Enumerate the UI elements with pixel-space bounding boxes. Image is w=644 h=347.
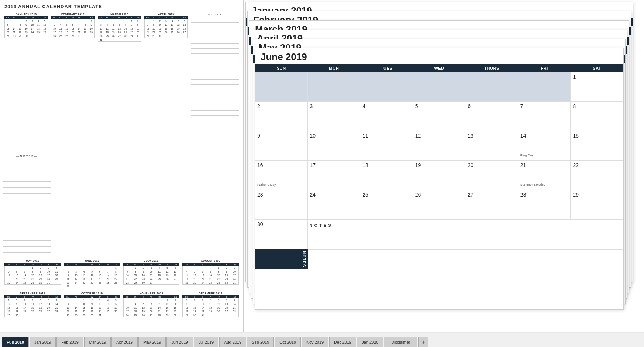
- notes-line: [3, 247, 51, 253]
- mini-calendar-march-2019: MARCH 2019SuMTWThFSa12345678910111213141…: [98, 13, 141, 131]
- june-notes-inline: N O T E S: [308, 220, 623, 249]
- june-day-27: 27: [465, 190, 518, 220]
- june-day-empty: [360, 72, 413, 102]
- tab-apr-2019[interactable]: Apr 2019: [111, 337, 138, 347]
- june-day-25: 25: [360, 190, 413, 220]
- notes-line: [3, 224, 51, 229]
- add-tab-button[interactable]: +: [418, 337, 428, 347]
- tab-oct-2019[interactable]: Oct 2019: [275, 337, 301, 347]
- june-day-26: 26: [413, 190, 466, 220]
- mini-calendar-february-2019: FEBRUARY 2019SuMTWThFSa12345678910111213…: [51, 13, 94, 131]
- june-day-23: 23: [255, 190, 308, 220]
- mini-calendar-december-2019: DECEMBER 2019SuMTWThFSa12345678910111213…: [182, 292, 239, 317]
- tab-sep-2019[interactable]: Sep 2019: [247, 337, 274, 347]
- june-day-16: 16Father's Day: [255, 161, 308, 190]
- tab-jun-2019[interactable]: Jun 2019: [166, 337, 193, 347]
- june-day-12: 12: [413, 131, 466, 161]
- tab-jan-2019[interactable]: Jan 2019: [30, 337, 56, 347]
- june-title: June 2019: [255, 48, 623, 64]
- june-day-empty: [518, 72, 571, 102]
- mini-calendar-january-2019: JANUARY 2019SuMTWThFSa123456789101112131…: [4, 13, 48, 131]
- tab-nov-2019[interactable]: Nov 2019: [302, 337, 328, 347]
- notes-line: [3, 171, 51, 176]
- june-day-7: 7: [518, 102, 571, 131]
- notes-line: [3, 212, 51, 217]
- june-day-30: 30: [255, 220, 308, 249]
- june-day-6: 6: [465, 102, 518, 131]
- annual-title: 2019 ANNUAL CALENDAR TEMPLATE: [4, 4, 239, 9]
- june-day-15: 15: [571, 131, 623, 161]
- calendar-stack: January 2019 SUNMONTUESWEDTHURSFRISAT Fe…: [244, 0, 644, 332]
- june-day-28: 28: [518, 190, 571, 220]
- notes-line: [3, 188, 51, 194]
- tab-jul-2019[interactable]: Jul 2019: [194, 337, 219, 347]
- june-grid: 1234567891011121314Flag Day1516Father's …: [255, 72, 623, 249]
- notes-line: [3, 265, 51, 270]
- june-header: SUN MON TUES WED THURS FRI SAT: [255, 64, 623, 72]
- june-day-22: 22: [571, 161, 623, 190]
- june-day-29: 29: [571, 190, 623, 220]
- june-day-20: 20: [465, 161, 518, 190]
- tab-mar-2019[interactable]: Mar 2019: [84, 337, 111, 347]
- june-day-5: 5: [413, 102, 466, 131]
- june-day-18: 18: [360, 161, 413, 190]
- notes-line: [3, 177, 51, 182]
- tab-full-2019[interactable]: Full 2019: [2, 337, 29, 347]
- june-notes-area[interactable]: [308, 249, 623, 269]
- notes-line: [3, 259, 51, 264]
- notes-line: [3, 230, 51, 235]
- mini-calendar-june-2019: JUNE 2019SuMTWThFSa123456789101112131415…: [64, 260, 120, 288]
- june-day-2: 2: [255, 102, 308, 131]
- notes-line: [3, 206, 51, 211]
- tab-feb-2019[interactable]: Feb 2019: [56, 337, 83, 347]
- june-notes-row: NOTES: [255, 249, 623, 269]
- notes-line: [3, 159, 51, 164]
- june-day-13: 13: [465, 131, 518, 161]
- tab---disclaimer--[interactable]: - Disclaimer -: [384, 337, 417, 347]
- notes-line: [3, 165, 51, 170]
- june-day-21: 21Summer Solstice: [518, 161, 571, 190]
- right-panel: January 2019 SUNMONTUESWEDTHURSFRISAT Fe…: [244, 0, 644, 332]
- tabs-bar: Full 2019Jan 2019Feb 2019Mar 2019Apr 201…: [0, 333, 644, 347]
- notes-section: — N O T E S —: [3, 155, 51, 276]
- mini-calendar-september-2019: SEPTEMBER 2019SuMTWThFSa1234567891011121…: [4, 292, 61, 317]
- june-day-10: 10: [308, 131, 361, 161]
- tab-jan-2020[interactable]: Jan 2020: [357, 337, 383, 347]
- notes-line: [3, 236, 51, 241]
- notes-line: [3, 200, 51, 205]
- june-day-11: 11: [360, 131, 413, 161]
- mini-calendar-october-2019: OCTOBER 2019SuMTWThFSa123456789101112131…: [64, 292, 120, 317]
- notes-line: [3, 183, 51, 188]
- june-day-3: 3: [308, 102, 361, 131]
- tab-may-2019[interactable]: May 2019: [138, 337, 166, 347]
- notes-column: — N O T E S —: [191, 13, 239, 131]
- june-day-empty: [308, 72, 361, 102]
- notes-section-title: — N O T E S —: [3, 155, 51, 158]
- tab-aug-2019[interactable]: Aug 2019: [219, 337, 246, 347]
- june-day-1: 1: [571, 72, 623, 102]
- june-notes-label: NOTES: [255, 249, 308, 269]
- june-calendar-card: June 2019 SUN MON TUES WED THURS FRI SAT…: [255, 48, 624, 310]
- june-day-14: 14Flag Day: [518, 131, 571, 161]
- mini-calendar-august-2019: AUGUST 2019SuMTWThFSa1234567891011121314…: [182, 260, 239, 288]
- notes-lines: [3, 159, 51, 276]
- june-day-17: 17: [308, 161, 361, 190]
- left-panel: 2019 ANNUAL CALENDAR TEMPLATE JANUARY 20…: [0, 0, 244, 332]
- mini-calendar-july-2019: JULY 2019SuMTWThFSa123456789101112131415…: [123, 260, 180, 288]
- main-area: 2019 ANNUAL CALENDAR TEMPLATE JANUARY 20…: [0, 0, 644, 332]
- june-day-24: 24: [308, 190, 361, 220]
- tab-dec-2019[interactable]: Dec 2019: [329, 337, 356, 347]
- mini-calendar-april-2019: APRIL 2019SuMTWThFSa12345678910111213141…: [144, 13, 188, 131]
- june-day-empty: [413, 72, 466, 102]
- mini-calendars-row3: SEPTEMBER 2019SuMTWThFSa1234567891011121…: [4, 292, 239, 317]
- june-day-empty: [465, 72, 518, 102]
- june-day-19: 19: [413, 161, 466, 190]
- june-day-9: 9: [255, 131, 308, 161]
- notes-line: [3, 242, 51, 247]
- notes-line: [3, 271, 51, 276]
- notes-line: [3, 194, 51, 199]
- notes-line: [3, 218, 51, 223]
- notes-line: [3, 253, 51, 258]
- mini-calendar-november-2019: NOVEMBER 2019SuMTWThFSa12345678910111213…: [123, 292, 180, 317]
- june-day-8: 8: [571, 102, 623, 131]
